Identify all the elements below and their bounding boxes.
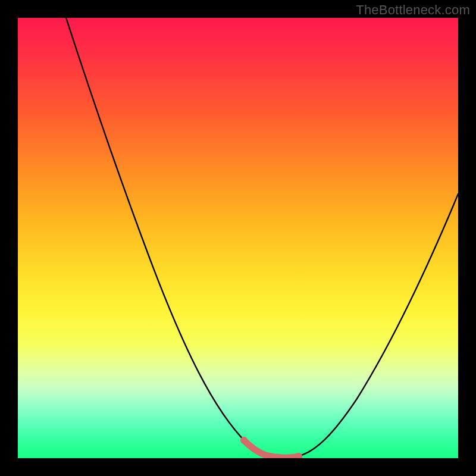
plot-area xyxy=(18,18,458,458)
chart-frame: TheBottleneck.com xyxy=(0,0,476,476)
bottleneck-curve xyxy=(66,18,458,458)
pinned-start-dot xyxy=(240,437,248,444)
pinned-range-overlay xyxy=(244,440,299,458)
watermark-text: TheBottleneck.com xyxy=(356,2,470,18)
chart-svg xyxy=(18,18,458,458)
